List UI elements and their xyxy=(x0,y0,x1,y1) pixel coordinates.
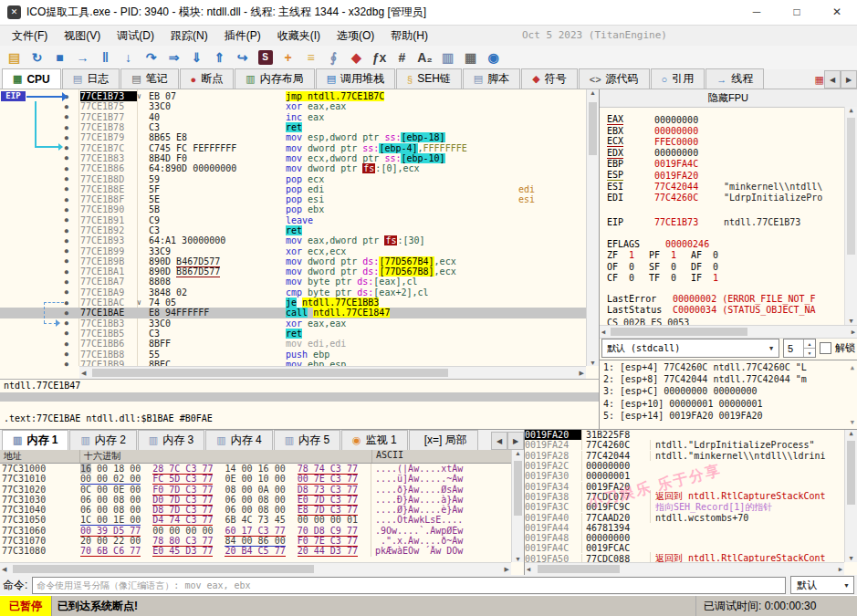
dump-row[interactable]: 77C31080 70 6B C6 77E0 45 D3 7720 B4 C5 … xyxy=(0,546,511,556)
disassembly-row[interactable]: ● 77CE1B8F 5E pop esi esi xyxy=(0,194,586,204)
toolbar-button[interactable]: ■ xyxy=(48,47,71,68)
menu-item[interactable]: 帮助(H) xyxy=(382,26,436,47)
stack-row[interactable]: 0019FA44 46781394 xyxy=(525,523,857,533)
scroll-thumb[interactable] xyxy=(847,118,855,255)
breakpoint-dot[interactable]: ● xyxy=(0,185,80,193)
breakpoint-dot[interactable]: ● xyxy=(0,103,80,110)
breakpoint-dot[interactable]: ● xyxy=(0,329,80,337)
view-tab[interactable]: ◆ 符号 xyxy=(521,68,577,89)
dump-tab[interactable]: ◉ 监视 1 xyxy=(341,430,408,450)
eflags-row[interactable]: EFLAGS 00000246 xyxy=(607,238,842,249)
disassembly-row[interactable]: ● 77CE1B92 C3 ret xyxy=(0,225,586,235)
scroll-thumb[interactable] xyxy=(92,369,448,377)
extra-view-icon[interactable]: ▦ xyxy=(815,74,824,86)
dump-row[interactable]: 77C31070 20 00 22 0078 80 C3 7784 00 86 … xyxy=(0,536,511,546)
view-tab[interactable]: <> 源代码 xyxy=(579,68,650,89)
scroll-left-icon[interactable]: ◀ xyxy=(81,370,86,377)
scroll-thumb[interactable] xyxy=(847,441,855,505)
stack-vscrollbar[interactable]: ▲ ▼ xyxy=(844,430,857,562)
view-tab[interactable]: ○ 引用 xyxy=(651,68,705,89)
dump-row[interactable]: 77C31010 00 00 02 00FC 5D C3 770E 00 10 … xyxy=(0,474,511,484)
scroll-right-icon[interactable]: ▶ xyxy=(839,566,842,573)
toolbar-button[interactable]: ⇒ xyxy=(162,47,185,68)
stack-row[interactable]: 0019FA30 00000001 xyxy=(525,471,857,481)
toolbar-button[interactable]: ▤ xyxy=(3,47,26,68)
breakpoint-dot[interactable]: ● xyxy=(0,309,80,317)
menu-item[interactable]: 跟踪(N) xyxy=(162,26,216,47)
disassembly-row[interactable]: ● 77CE1B78 C3 ret xyxy=(0,122,586,132)
breakpoint-dot[interactable]: ● xyxy=(0,206,80,214)
stepper-down-icon[interactable]: ▼ xyxy=(804,348,815,357)
scroll-right-icon[interactable]: ▶ xyxy=(580,370,584,377)
registers-vscrollbar[interactable]: ▲ ▼ xyxy=(844,107,857,325)
scroll-left-icon[interactable]: ◀ xyxy=(2,566,6,573)
breakpoint-dot[interactable]: ● xyxy=(0,113,80,120)
view-tab[interactable]: ▤ 调用堆栈 xyxy=(316,68,395,89)
argument-row[interactable]: 5: [esp+14] 0019FA20 0019FA20 xyxy=(603,411,857,423)
view-tab[interactable]: ▦ CPU xyxy=(2,68,61,89)
toolbar-button[interactable]: ◆ xyxy=(345,47,368,68)
scroll-left-icon[interactable]: ◀ xyxy=(527,566,530,573)
breakpoint-dot[interactable]: ● xyxy=(0,237,80,245)
disassembly-row[interactable]: ● 77CE1B8E 5F pop edi edi xyxy=(0,184,586,194)
register-row[interactable]: EDX 00000000 xyxy=(607,148,842,159)
dump-tab[interactable]: ▥ 内存 2 xyxy=(69,430,136,450)
register-row[interactable]: ESP 0019FA20 xyxy=(607,170,842,181)
argument-count-stepper[interactable]: 5 ▲▼ xyxy=(783,339,816,358)
breakpoint-dot[interactable]: ● xyxy=(0,124,80,131)
stack-row[interactable]: 0019FA3C 0019FC9C 指向SEH_Record[1]的指针 xyxy=(525,502,857,512)
tab-scroll-right[interactable]: ▶ xyxy=(841,70,857,89)
disassembly-row[interactable]: ● 77CE1BB8 55 push ebp xyxy=(0,349,586,359)
dump-tab[interactable]: ▥ 内存 1 xyxy=(2,430,68,450)
view-tab[interactable]: ▤ 笔记 xyxy=(120,68,178,89)
disassembly-row[interactable]: ● 77CE1B91 C9 leave xyxy=(0,215,586,225)
toolbar-button[interactable]: # xyxy=(391,47,413,68)
toolbar-button[interactable]: ↓ xyxy=(117,47,140,68)
scroll-up-icon[interactable]: ▲ xyxy=(845,107,857,114)
tab-scroll-left[interactable]: ◀ xyxy=(824,70,841,89)
toolbar-button[interactable]: + xyxy=(277,47,299,68)
hide-fpu-button[interactable]: 隐藏FPU xyxy=(600,89,857,108)
stepper-up-icon[interactable]: ▲ xyxy=(804,339,815,348)
last-error-row[interactable]: LastError 00000002 (ERROR_FILE_NOT_F xyxy=(607,294,842,305)
register-row[interactable]: ECX FFEC0000 xyxy=(607,136,842,147)
toolbar-button[interactable]: ▦ xyxy=(459,47,482,68)
scroll-down-icon[interactable]: ▼ xyxy=(851,419,854,426)
stack-row[interactable]: 0019FA24 77C4260C ntdll."LdrpInitializeP… xyxy=(525,440,857,450)
minimize-button[interactable]: ─ xyxy=(737,0,777,25)
toolbar-button[interactable]: ƒx xyxy=(368,47,391,68)
breakpoint-dot[interactable]: ● xyxy=(0,134,80,141)
breakpoint-dot[interactable]: ● xyxy=(0,196,80,204)
disassembly-row[interactable]: ● 77CE1BAE E8 94FFFFFF call ntdll.77CE18… xyxy=(0,308,586,318)
stack-row[interactable]: 0019FA2C 00000000 xyxy=(525,461,857,471)
view-tab[interactable]: ▤ 脚本 xyxy=(463,68,520,89)
scroll-up-icon[interactable]: ▲ xyxy=(587,89,599,96)
scroll-right-icon[interactable]: ▶ xyxy=(505,566,509,573)
disassembly-row[interactable]: ● 77CE1B83 8B4D F0 mov ecx,dword ptr ss:… xyxy=(0,153,586,163)
disassembly-row[interactable]: ● 77CE1B86 64:890D 00000000 mov dword pt… xyxy=(0,163,586,173)
menu-item[interactable]: 选项(O) xyxy=(329,26,382,47)
menu-item[interactable]: 视图(V) xyxy=(56,26,109,47)
view-tab[interactable]: ▤ 日志 xyxy=(62,68,120,89)
toolbar-button[interactable]: ↪ xyxy=(231,47,254,68)
argument-row[interactable]: 2: [esp+8] 77C42044 ntdll.77C42044 "m xyxy=(603,374,857,386)
toolbar-button[interactable]: S xyxy=(254,47,277,68)
disassembly-row[interactable]: ● 77CE1B90 5B pop ebx xyxy=(0,204,586,214)
tab-scroll-right[interactable]: ▶ xyxy=(507,432,524,450)
register-row[interactable]: EBP 0019FA4C xyxy=(607,159,842,170)
dump-tab[interactable]: ▥ 内存 5 xyxy=(274,430,340,450)
breakpoint-dot[interactable]: ● xyxy=(0,268,80,276)
argument-row[interactable]: 4: [esp+10] 00000001 00000001 xyxy=(603,399,857,411)
breakpoint-dot[interactable]: ● xyxy=(0,350,80,358)
scroll-down-icon[interactable]: ▼ xyxy=(845,318,857,325)
breakpoint-dot[interactable]: ● xyxy=(0,340,80,348)
breakpoint-dot[interactable]: ● xyxy=(0,360,80,368)
register-row[interactable]: EDI 77C4260C "LdrpInitializePro xyxy=(607,192,842,203)
command-profile-select[interactable]: 默认 ▼ xyxy=(790,576,854,594)
argument-row[interactable]: 3: [esp+C] 00000000 00000000 xyxy=(603,386,857,398)
dump-tab[interactable]: ▥ 内存 4 xyxy=(205,430,272,450)
argument-row[interactable]: 1: [esp+4] 77C4260C ntdll.77C4260C "L xyxy=(603,362,857,374)
dump-row[interactable]: 77C31000 16 00 18 0028 7C C3 7714 00 16 … xyxy=(0,464,511,474)
toolbar-button[interactable]: ↷ xyxy=(140,47,162,68)
breakpoint-dot[interactable]: ● xyxy=(0,227,80,235)
